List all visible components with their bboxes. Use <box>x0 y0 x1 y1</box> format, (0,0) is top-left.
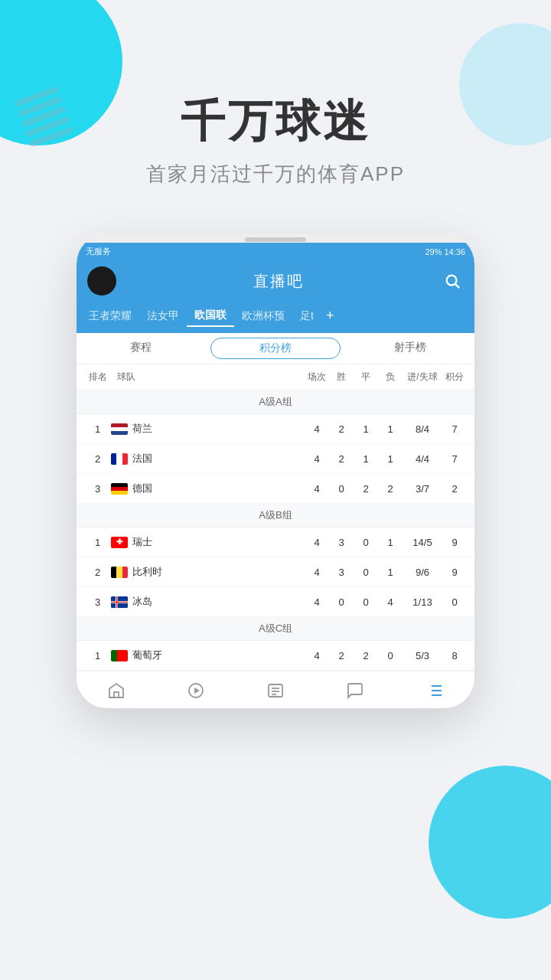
win-cell: 2 <box>329 650 354 662</box>
hero-section: 千万球迷 首家月活过千万的体育APP <box>0 0 551 211</box>
bottom-nav-chat[interactable] <box>315 678 395 704</box>
draw-cell: 0 <box>354 537 378 548</box>
win-cell: 3 <box>329 567 354 578</box>
draw-cell: 0 <box>354 596 378 608</box>
table-row[interactable]: 1 ✚ 瑞士 4 3 0 1 14/5 9 <box>77 528 474 557</box>
bottom-nav-news[interactable] <box>236 678 315 704</box>
svg-point-0 <box>447 276 457 286</box>
play-icon <box>186 681 206 701</box>
matches-cell: 4 <box>305 453 329 465</box>
table-header: 排名 球队 场次 胜 平 负 进/失球 积分 <box>77 364 474 390</box>
app-logo[interactable] <box>87 266 116 296</box>
flag-ch: ✚ <box>111 537 128 548</box>
rank-cell: 1 <box>84 423 111 435</box>
svg-rect-7 <box>114 692 119 697</box>
pts-cell: 7 <box>442 453 467 465</box>
pts-cell: 2 <box>442 483 467 495</box>
home-icon-svg <box>107 681 126 700</box>
matches-cell: 4 <box>305 650 329 662</box>
table-row[interactable]: 1 荷兰 4 2 1 1 8/4 7 <box>77 414 474 444</box>
goal-cell: 8/4 <box>403 423 442 435</box>
table-row[interactable]: 3 德国 4 0 2 2 3/7 2 <box>77 474 474 504</box>
pts-cell: 0 <box>442 596 467 608</box>
pts-cell: 7 <box>442 423 467 435</box>
th-pts: 积分 <box>442 371 467 384</box>
draw-cell: 2 <box>354 650 378 662</box>
sub-tab-scorers[interactable]: 射手榜 <box>347 333 474 364</box>
goal-cell: 1/13 <box>403 596 442 608</box>
search-button[interactable] <box>441 270 464 292</box>
bottom-nav-list[interactable] <box>395 678 474 704</box>
goal-cell: 3/7 <box>403 483 442 495</box>
svg-line-1 <box>455 284 459 288</box>
status-bar: 无服务 29% 14:36 <box>77 243 474 260</box>
matches-cell: 4 <box>305 483 329 495</box>
team-name: 德国 <box>132 482 152 495</box>
win-cell: 2 <box>329 453 354 465</box>
hero-title: 千万球迷 <box>31 92 520 152</box>
team-cell: 德国 <box>111 482 305 495</box>
svg-rect-6 <box>111 601 128 603</box>
nav-tab-foot[interactable]: 足t <box>292 306 321 326</box>
matches-cell: 4 <box>305 596 329 608</box>
th-matches: 场次 <box>305 371 329 384</box>
lose-cell: 1 <box>378 423 403 435</box>
flag-nl <box>111 423 128 435</box>
news-icon-svg <box>266 681 285 700</box>
draw-cell: 0 <box>354 567 378 578</box>
nav-tab-fanv[interactable]: 法女甲 <box>139 306 187 326</box>
app-header: 直播吧 <box>77 260 474 305</box>
matches-cell: 4 <box>305 423 329 435</box>
team-name: 瑞士 <box>132 535 152 549</box>
phone-mockup: 无服务 29% 14:36 直播吧 王者荣耀 法女甲 欧国联 欧洲杯预 足t + <box>77 234 474 708</box>
nav-tab-more[interactable]: + <box>321 305 339 327</box>
goal-cell: 14/5 <box>403 537 442 548</box>
rank-cell: 1 <box>84 537 111 548</box>
iceland-flag-svg <box>111 596 128 608</box>
table-row[interactable]: 1 葡萄牙 4 2 2 0 5/3 8 <box>77 641 474 671</box>
search-icon <box>444 273 461 289</box>
lose-cell: 0 <box>378 650 403 662</box>
flag-is <box>111 596 128 608</box>
sub-tab-standings[interactable]: 积分榜 <box>210 338 340 359</box>
team-cell: 比利时 <box>111 565 305 579</box>
flag-fr <box>111 453 128 465</box>
list-icon <box>425 681 445 701</box>
group-b-header: A级B组 <box>77 504 474 528</box>
rank-cell: 1 <box>84 650 111 662</box>
matches-cell: 4 <box>305 567 329 578</box>
team-name: 比利时 <box>132 565 162 579</box>
group-c-header: A级C组 <box>77 617 474 641</box>
team-name: 法国 <box>132 452 152 466</box>
sub-tab-schedule[interactable]: 赛程 <box>77 333 204 364</box>
win-cell: 0 <box>329 596 354 608</box>
group-a-header: A级A组 <box>77 390 474 414</box>
team-cell: 葡萄牙 <box>111 648 305 662</box>
bottom-nav-play[interactable] <box>156 678 236 704</box>
th-draw: 平 <box>354 371 378 384</box>
phone-notch-bar <box>77 234 474 243</box>
lose-cell: 2 <box>378 483 403 495</box>
chat-icon-svg <box>346 681 364 700</box>
win-cell: 2 <box>329 423 354 435</box>
nav-tab-wangzhe[interactable]: 王者荣耀 <box>81 306 139 326</box>
pts-cell: 9 <box>442 567 467 578</box>
nav-tab-ouyubei[interactable]: 欧洲杯预 <box>234 306 292 326</box>
phone-wrapper: 无服务 29% 14:36 直播吧 王者荣耀 法女甲 欧国联 欧洲杯预 足t + <box>0 211 551 708</box>
th-win: 胜 <box>329 371 354 384</box>
table-row[interactable]: 2 比利时 4 3 0 1 9/6 9 <box>77 557 474 587</box>
bottom-nav <box>77 671 474 708</box>
goal-cell: 5/3 <box>403 650 442 662</box>
bg-decoration-circle-bottom <box>429 766 551 919</box>
nav-tab-oujian[interactable]: 欧国联 <box>187 305 234 327</box>
table-row[interactable]: 3 冰岛 4 0 0 4 1/13 0 <box>77 587 474 617</box>
team-name: 冰岛 <box>132 595 152 609</box>
swiss-cross: ✚ <box>116 538 122 546</box>
flag-de <box>111 483 128 495</box>
bottom-nav-home[interactable] <box>77 678 156 704</box>
chat-icon <box>345 681 365 701</box>
lose-cell: 1 <box>378 567 403 578</box>
phone-notch <box>245 237 306 242</box>
table-row[interactable]: 2 法国 4 2 1 1 4/4 7 <box>77 444 474 474</box>
team-cell: 冰岛 <box>111 595 305 609</box>
